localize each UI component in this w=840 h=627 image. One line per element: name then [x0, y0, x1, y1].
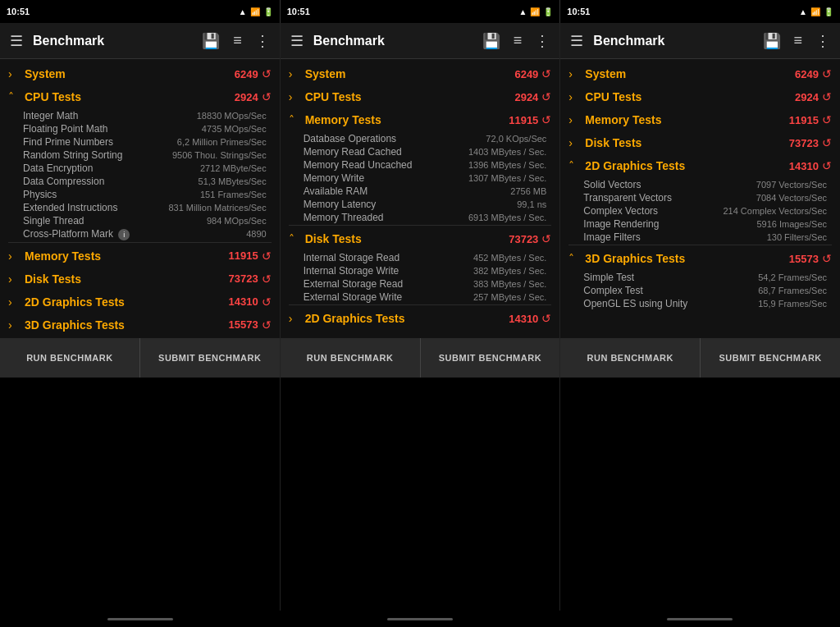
section-score-cpu-3: 2924 — [795, 91, 819, 103]
test-name-mem-uncached: Memory Read Uncached — [304, 159, 413, 171]
test-transparent-vectors: Transparent Vectors 7084 Vectors/Sec — [560, 190, 840, 204]
chevron-2d-3: ˄ — [568, 159, 580, 172]
disk-section-3[interactable]: › Disk Tests 73723 ↺ — [560, 131, 840, 154]
content-3[interactable]: › System 6249 ↺ › CPU Tests 2924 ↺ › Mem… — [560, 59, 840, 338]
test-image-rendering: Image Rendering 5916 Images/Sec — [560, 217, 840, 230]
cpu-section-1[interactable]: ˄ CPU Tests 2924 ↺ — [0, 85, 280, 108]
test-name-integer: Integer Math — [23, 110, 78, 121]
test-val-compress: 51,3 MBytes/Sec — [199, 176, 270, 186]
2d-section-3[interactable]: ˄ 2D Graphics Tests 14310 ↺ — [560, 154, 840, 177]
3d-section-3[interactable]: ˄ 3D Graphics Tests 15573 ↺ — [560, 247, 840, 270]
test-val-img-filter: 130 Filters/Sec — [767, 232, 830, 242]
test-val-ext-read: 383 MBytes / Sec. — [473, 279, 550, 289]
signal-icon-2: 📶 — [530, 7, 540, 16]
test-name-prime: Find Prime Numbers — [23, 136, 113, 148]
refresh-system-3[interactable]: ↺ — [822, 67, 832, 80]
content-2[interactable]: › System 6249 ↺ › CPU Tests 2924 ↺ ˄ Mem… — [281, 59, 560, 338]
battery-icon-3: 🔋 — [824, 7, 833, 16]
test-name-avail-ram: Available RAM — [304, 185, 368, 197]
test-val-prime: 6,2 Million Primes/Sec — [177, 137, 270, 147]
bottom-buttons-1: RUN BENCHMARK SUBMIT BENCHMARK — [0, 338, 280, 611]
section-score-2d-2: 14310 — [509, 313, 538, 325]
run-benchmark-btn-2[interactable]: RUN BENCHMARK — [281, 338, 421, 378]
run-benchmark-btn-1[interactable]: RUN BENCHMARK — [0, 338, 140, 378]
refresh-cpu-3[interactable]: ↺ — [822, 90, 832, 103]
test-ext-read: External Storage Read 383 MBytes / Sec. — [281, 277, 560, 290]
refresh-3d-3[interactable]: ↺ — [822, 252, 832, 265]
submit-benchmark-btn-2[interactable]: SUBMIT BENCHMARK — [421, 338, 560, 378]
battery-icon-2: 🔋 — [543, 7, 553, 16]
test-name-mem-threaded: Memory Threaded — [304, 212, 384, 223]
battery-icon-1: 🔋 — [263, 7, 273, 16]
memory-section-2[interactable]: ˄ Memory Tests 11915 ↺ — [281, 108, 560, 131]
save-icon-3[interactable]: 💾 — [760, 29, 784, 53]
chevron-memory-3: › — [568, 113, 580, 126]
test-val-extended: 831 Million Matrices/Sec — [168, 203, 269, 213]
chevron-disk-3: › — [568, 136, 580, 149]
refresh-memory-2[interactable]: ↺ — [541, 113, 551, 126]
menu-icon-2[interactable]: ☰ — [287, 29, 307, 53]
test-name-img-filter: Image Filters — [583, 231, 640, 243]
refresh-3d-1[interactable]: ↺ — [262, 318, 272, 332]
section-title-memory-1: Memory Tests — [25, 249, 229, 263]
refresh-cpu-2[interactable]: ↺ — [541, 90, 551, 103]
list-icon-3[interactable]: ≡ — [791, 29, 806, 53]
cpu-section-3[interactable]: › CPU Tests 2924 ↺ — [560, 85, 840, 108]
list-icon-2[interactable]: ≡ — [510, 29, 526, 53]
submit-benchmark-btn-1[interactable]: SUBMIT BENCHMARK — [140, 338, 280, 378]
content-1[interactable]: › System 6249 ↺ ˄ CPU Tests 2924 ↺ Integ… — [0, 59, 280, 338]
menu-icon-3[interactable]: ☰ — [567, 29, 587, 53]
3d-section-1[interactable]: › 3D Graphics Tests 15573 ↺ — [0, 314, 280, 336]
refresh-disk-2[interactable]: ↺ — [541, 232, 551, 245]
section-score-memory-3: 11915 — [789, 114, 819, 126]
disk-section-1[interactable]: › Disk Tests 73723 ↺ — [0, 268, 280, 291]
save-icon-2[interactable]: 💾 — [479, 29, 504, 53]
test-opengl: OpenGL ES using Unity 15,9 Frames/Sec — [560, 296, 840, 309]
test-avail-ram: Available RAM 2756 MB — [281, 184, 560, 197]
section-score-disk-1: 73723 — [229, 272, 258, 285]
2d-section-1[interactable]: › 2D Graphics Tests 14310 ↺ — [0, 291, 280, 314]
submit-benchmark-btn-3[interactable]: SUBMIT BENCHMARK — [701, 338, 840, 378]
section-title-2d-3: 2D Graphics Tests — [585, 159, 789, 172]
refresh-2d-3[interactable]: ↺ — [822, 159, 832, 172]
test-name-extended: Extended Instructions — [23, 202, 117, 213]
refresh-2d-2[interactable]: ↺ — [541, 312, 551, 325]
refresh-cpu-1[interactable]: ↺ — [262, 90, 272, 103]
refresh-disk-1[interactable]: ↺ — [262, 272, 272, 286]
refresh-system-1[interactable]: ↺ — [262, 67, 272, 80]
system-section-1[interactable]: › System 6249 ↺ — [0, 62, 280, 85]
refresh-memory-1[interactable]: ↺ — [262, 249, 272, 263]
refresh-2d-1[interactable]: ↺ — [262, 295, 272, 309]
test-compression: Data Compression 51,3 MBytes/Sec — [0, 174, 280, 187]
disk-section-2[interactable]: ˄ Disk Tests 73723 ↺ — [281, 227, 560, 250]
wifi-icon-1: ▲ — [239, 7, 247, 16]
test-val-cross: 4890 — [246, 229, 269, 239]
system-section-3[interactable]: › System 6249 ↺ — [560, 62, 840, 85]
more-icon-1[interactable]: ⋮ — [252, 29, 273, 53]
test-val-mem-write: 1307 MBytes / Sec. — [468, 173, 550, 183]
save-icon-1[interactable]: 💾 — [199, 29, 223, 53]
test-val-physics: 151 Frames/Sec — [200, 190, 270, 199]
memory-section-3[interactable]: › Memory Tests 11915 ↺ — [560, 108, 840, 131]
test-db-ops: Database Operations 72,0 KOps/Sec — [281, 131, 560, 144]
system-section-2[interactable]: › System 6249 ↺ — [281, 62, 560, 85]
test-encryption: Data Encryption 2712 MByte/Sec — [0, 161, 280, 174]
cpu-section-2[interactable]: › CPU Tests 2924 ↺ — [281, 85, 560, 108]
menu-icon-1[interactable]: ☰ — [7, 29, 26, 53]
refresh-memory-3[interactable]: ↺ — [822, 113, 832, 126]
refresh-disk-3[interactable]: ↺ — [822, 136, 832, 149]
section-title-3d-3: 3D Graphics Tests — [585, 252, 789, 265]
more-icon-3[interactable]: ⋮ — [812, 29, 833, 53]
test-physics: Physics 151 Frames/Sec — [0, 187, 280, 200]
section-score-2d-1: 14310 — [229, 295, 258, 308]
run-benchmark-btn-3[interactable]: RUN BENCHMARK — [560, 338, 701, 378]
test-name-simple: Simple Test — [583, 272, 634, 283]
list-icon-1[interactable]: ≡ — [230, 29, 245, 53]
memory-section-1[interactable]: › Memory Tests 11915 ↺ — [0, 245, 280, 268]
section-score-disk-2: 73723 — [509, 233, 538, 245]
status-panel-1: 10:51 ▲ 📶 🔋 — [0, 0, 280, 23]
refresh-system-2[interactable]: ↺ — [541, 67, 551, 80]
2d-section-2[interactable]: › 2D Graphics Tests 14310 ↺ — [281, 307, 560, 330]
app-title-2: Benchmark — [313, 34, 472, 48]
more-icon-2[interactable]: ⋮ — [532, 29, 553, 53]
